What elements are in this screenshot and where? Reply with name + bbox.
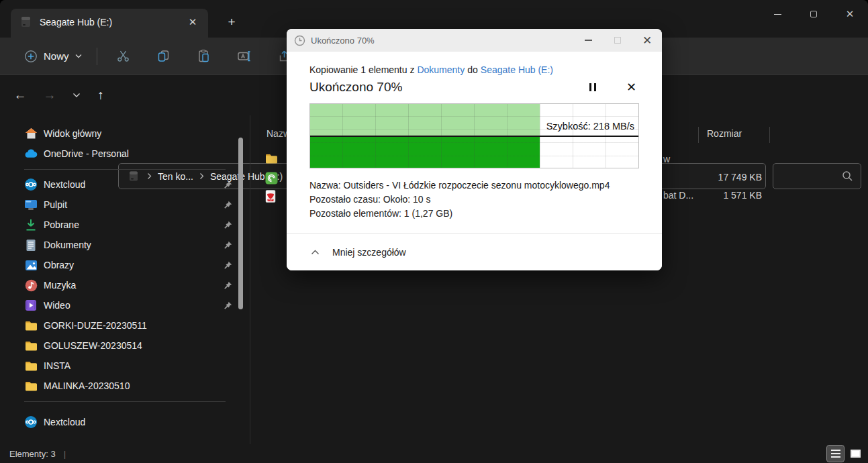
clock-icon	[294, 35, 305, 46]
pause-icon[interactable]	[587, 81, 599, 94]
sidebar: Widok główny OneDrive - Personal Nextclo…	[0, 115, 250, 444]
sidebar-item-label: Nextcloud	[44, 179, 85, 190]
sidebar-item-label: Wideo	[44, 300, 70, 311]
sidebar-item-label: Nextcloud	[44, 417, 85, 427]
new-tab-button[interactable]: +	[222, 12, 242, 32]
drive-icon	[19, 15, 34, 29]
chevron-up-icon	[311, 250, 320, 255]
sidebar-item-folder[interactable]: MALINKA-20230510	[0, 376, 250, 396]
less-details-toggle[interactable]: Mniej szczegółów	[332, 247, 406, 258]
pin-icon	[224, 240, 232, 252]
column-header-size[interactable]: Rozmiar	[707, 128, 742, 139]
window-maximize-button[interactable]	[795, 0, 832, 28]
column-separator[interactable]	[769, 127, 770, 143]
sidebar-separator	[0, 396, 250, 407]
sidebar-item-folder[interactable]: INSTA	[0, 356, 250, 376]
view-large-icon	[851, 450, 861, 458]
progress-heading: Ukończono 70%	[309, 80, 587, 95]
sidebar-item-downloads[interactable]: Pobrane	[0, 215, 250, 235]
pin-icon	[224, 200, 232, 212]
svg-text:PDF: PDF	[269, 199, 273, 201]
sidebar-item-label: INSTA	[44, 360, 70, 371]
dialog-minimize-button[interactable]	[573, 29, 603, 52]
dialog-close-button[interactable]: ✕	[632, 29, 662, 52]
dialog-body: Kopiowanie 1 elementu z Dokumenty do Sea…	[287, 64, 662, 221]
new-button[interactable]: Nowy	[17, 46, 89, 67]
paste-icon[interactable]	[189, 44, 220, 69]
speed-label: Szybkość: 218 MB/s	[546, 121, 634, 132]
view-details-button[interactable]	[827, 446, 844, 462]
sidebar-item-label: Muzyka	[44, 280, 76, 291]
copy-progress-dialog: Ukończono 70% ✕ Kopiowanie 1 elementu z …	[287, 29, 662, 270]
cancel-icon[interactable]: ✕	[626, 81, 636, 93]
window-minimize-button[interactable]	[759, 0, 795, 28]
downloads-icon	[24, 218, 38, 232]
folder-icon	[24, 319, 38, 332]
pdf-icon: PDF	[265, 190, 278, 203]
status-bar: Elementy: 3 |	[0, 444, 868, 463]
plus-circle-icon	[24, 50, 38, 63]
onedrive-icon	[24, 147, 38, 160]
sidebar-item-label: Widok główny	[44, 128, 101, 139]
dialog-titlebar[interactable]: Ukończono 70% ✕	[287, 29, 662, 52]
copy-description: Kopiowanie 1 elementu z Dokumenty do Sea…	[309, 64, 639, 75]
sidebar-item-onedrive[interactable]: OneDrive - Personal	[0, 144, 250, 164]
sidebar-item-music[interactable]: Muzyka	[0, 275, 250, 295]
file-explorer-window: Seagate Hub (E:) ✕ + ✕ Nowy	[0, 0, 868, 463]
pin-icon	[224, 301, 232, 313]
sidebar-scrollbar[interactable]	[238, 138, 243, 309]
transfer-speed-chart: Szybkość: 218 MB/s	[309, 103, 639, 168]
sidebar-item-videos[interactable]: Wideo	[0, 295, 250, 315]
dialog-footer: Mniej szczegółów	[287, 233, 662, 270]
videos-icon	[24, 299, 38, 312]
sidebar-item-nextcloud-bottom[interactable]: Nextcloud	[0, 412, 250, 432]
folder-icon	[265, 154, 278, 166]
rename-icon[interactable]	[229, 44, 260, 69]
documents-icon	[24, 238, 38, 252]
toolbar-separator	[97, 48, 97, 65]
chevron-down-icon	[75, 54, 82, 58]
window-close-button[interactable]: ✕	[832, 0, 868, 28]
sidebar-item-label: GOLUSZEW-20230514	[44, 340, 142, 351]
copy-icon[interactable]	[148, 44, 179, 69]
sidebar-item-label: Pulpit	[44, 199, 67, 210]
column-separator[interactable]	[698, 127, 699, 143]
back-button[interactable]: ←	[9, 85, 31, 106]
tab-close-icon[interactable]: ✕	[184, 13, 201, 31]
sidebar-separator	[0, 164, 250, 174]
up-button[interactable]: ↑	[90, 85, 111, 106]
seagate-app-icon	[265, 172, 278, 185]
progress-heading-row: Ukończono 70% ✕	[309, 80, 639, 95]
sidebar-item-desktop[interactable]: Pulpit	[0, 195, 250, 215]
dialog-maximize-button	[603, 29, 632, 52]
music-icon	[24, 278, 38, 292]
dialog-title: Ukończono 70%	[311, 36, 573, 46]
sidebar-item-label: MALINKA-20230510	[44, 380, 130, 391]
sidebar-item-pictures[interactable]: Obrazy	[0, 255, 250, 275]
folder-icon	[24, 359, 38, 372]
sidebar-item-nextcloud[interactable]: Nextcloud	[0, 174, 250, 195]
view-details-icon	[831, 450, 840, 458]
speed-line	[310, 136, 638, 137]
tab-seagate-hub[interactable]: Seagate Hub (E:) ✕	[11, 9, 208, 38]
pictures-icon	[24, 258, 38, 272]
pin-icon	[224, 180, 232, 192]
cut-icon[interactable]	[108, 44, 139, 69]
view-large-icons-button[interactable]	[847, 446, 864, 462]
sidebar-item-label: Obrazy	[44, 260, 74, 270]
sidebar-item-folder[interactable]: GOLUSZEW-20230514	[0, 336, 250, 356]
sidebar-item-home[interactable]: Widok główny	[0, 123, 250, 144]
file-type-fragment: w	[663, 154, 670, 164]
transfer-details: Nazwa: Outsiders - VI Łódzkie rozpoczeci…	[309, 178, 639, 221]
sidebar-item-label: GORKI-DUZE-20230511	[44, 320, 147, 331]
forward-button[interactable]: →	[39, 85, 60, 106]
source-link[interactable]: Dokumenty	[417, 64, 465, 75]
history-dropdown-icon[interactable]	[66, 85, 87, 106]
detail-name-line: Nazwa: Outsiders - VI Łódzkie rozpoczeci…	[309, 178, 639, 193]
destination-link[interactable]: Seagate Hub (E:)	[481, 64, 553, 75]
new-button-label: Nowy	[44, 50, 69, 62]
sidebar-item-documents[interactable]: Dokumenty	[0, 235, 250, 255]
sidebar-item-folder[interactable]: GORKI-DUZE-20230511	[0, 315, 250, 336]
folder-icon	[24, 379, 38, 393]
desktop-icon	[24, 198, 38, 211]
